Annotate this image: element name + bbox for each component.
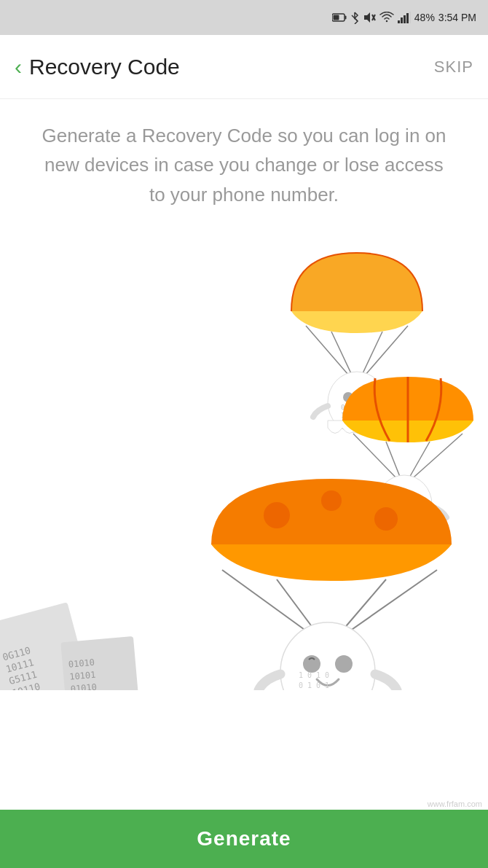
main-content: Generate a Recovery Code so you can log … — [0, 99, 488, 209]
battery-percent: 48% — [414, 12, 435, 23]
wifi-icon — [379, 12, 394, 23]
page-title: Recovery Code — [29, 55, 180, 79]
bluetooth-icon — [350, 11, 359, 24]
svg-marker-4 — [364, 12, 370, 23]
svg-rect-2 — [333, 15, 339, 20]
svg-line-26 — [306, 326, 353, 380]
battery-icon — [332, 12, 347, 23]
nav-left: ‹ Recovery Code — [15, 55, 180, 79]
svg-rect-7 — [398, 20, 400, 23]
generate-button[interactable]: Generate — [0, 810, 488, 868]
svg-point-46 — [374, 507, 398, 531]
description-text: Generate a Recovery Code so you can log … — [36, 121, 452, 209]
watermark: www.frfam.com — [428, 799, 482, 808]
signal-icon — [398, 12, 411, 23]
svg-text:0 1 0 1: 0 1 0 1 — [299, 681, 329, 689]
nav-bar: ‹ Recovery Code SKIP — [0, 35, 488, 99]
svg-point-45 — [321, 490, 342, 511]
svg-rect-9 — [404, 15, 406, 23]
svg-point-53 — [335, 655, 353, 673]
mute-icon — [363, 11, 376, 24]
time-display: 3:54 PM — [438, 12, 476, 23]
svg-rect-1 — [345, 16, 346, 20]
status-bar: 48% 3:54 PM — [0, 0, 488, 35]
svg-rect-11 — [409, 12, 411, 23]
svg-text:01010: 01010 — [70, 681, 97, 689]
illustration-area: 0G110 10111 G5111 10110 G5110 01010 1010… — [0, 231, 488, 690]
svg-rect-8 — [401, 17, 403, 23]
back-button[interactable]: ‹ — [15, 56, 22, 78]
status-icons: 48% 3:54 PM — [332, 11, 476, 24]
svg-text:1 0 1 0: 1 0 1 0 — [299, 671, 329, 679]
skip-button[interactable]: SKIP — [434, 58, 473, 77]
svg-rect-10 — [406, 13, 409, 23]
svg-point-44 — [264, 502, 290, 528]
generate-label: Generate — [197, 827, 291, 851]
svg-line-29 — [361, 326, 408, 380]
snapchat-illustration: 0G110 10111 G5111 10110 G5110 01010 1010… — [0, 231, 488, 690]
svg-point-51 — [280, 622, 375, 690]
